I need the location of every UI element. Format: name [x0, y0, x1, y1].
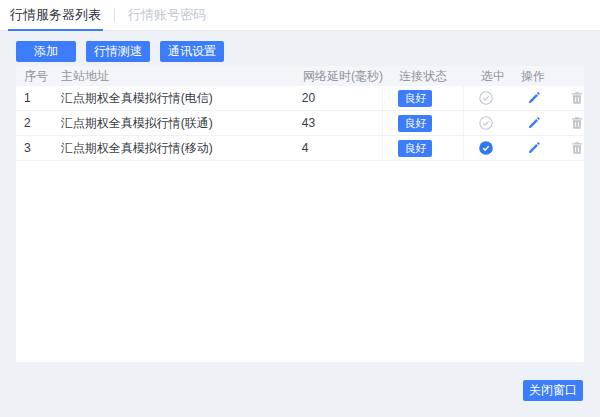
row-selected-cell	[464, 111, 506, 135]
check-circle-outline-icon[interactable]	[479, 116, 493, 130]
add-button[interactable]: 添加	[16, 41, 76, 62]
status-badge: 良好	[398, 140, 432, 157]
table-row[interactable]: 3 汇点期权全真模拟行情(移动) 4 良好	[16, 136, 584, 161]
edit-pencil-icon[interactable]	[527, 116, 541, 130]
check-circle-outline-icon[interactable]	[479, 91, 493, 105]
row-delay: 43	[287, 111, 383, 135]
comm-settings-button[interactable]: 通讯设置	[160, 41, 224, 62]
server-table: 序号 主站地址 网络延时(毫秒) 连接状态 选中 操作 1 汇点期权全真模拟行情…	[16, 66, 584, 362]
dialog-body: 添加 行情测速 通讯设置 序号 主站地址 网络延时(毫秒) 连接状态 选中 操作…	[0, 31, 600, 362]
table-row[interactable]: 1 汇点期权全真模拟行情(电信) 20 良好	[16, 86, 584, 111]
row-actions	[506, 86, 584, 110]
row-index: 3	[16, 136, 61, 160]
row-delay: 20	[287, 86, 383, 110]
edit-pencil-icon[interactable]	[527, 141, 541, 155]
status-badge: 良好	[398, 115, 432, 132]
tab-account-password-label: 行情账号密码	[128, 6, 206, 24]
tab-server-list-label: 行情服务器列表	[10, 6, 101, 24]
row-status-cell: 良好	[382, 86, 464, 110]
row-address: 汇点期权全真模拟行情(联通)	[61, 111, 287, 135]
row-index: 1	[16, 86, 61, 110]
edit-pencil-icon[interactable]	[527, 91, 541, 105]
table-row[interactable]: 2 汇点期权全真模拟行情(联通) 43 良好	[16, 111, 584, 136]
speed-test-button[interactable]: 行情测速	[86, 41, 150, 62]
row-selected-cell	[464, 86, 506, 110]
tab-server-list[interactable]: 行情服务器列表	[8, 0, 103, 31]
tab-account-password[interactable]: 行情账号密码	[126, 0, 208, 30]
row-actions	[506, 111, 584, 135]
row-status-cell: 良好	[382, 111, 464, 135]
row-delay: 4	[287, 136, 383, 160]
status-badge: 良好	[398, 90, 432, 107]
market-server-dialog: 行情服务器列表 行情账号密码 添加 行情测速 通讯设置 序号 主站地址 网络延时…	[0, 0, 600, 417]
header-address: 主站地址	[61, 66, 288, 86]
trash-icon[interactable]	[570, 141, 584, 155]
close-window-button[interactable]: 关闭窗口	[523, 380, 583, 401]
header-status: 连接状态	[384, 66, 466, 86]
toolbar: 添加 行情测速 通讯设置	[16, 41, 584, 62]
header-index: 序号	[16, 66, 61, 86]
row-index: 2	[16, 111, 61, 135]
header-action: 操作	[508, 66, 584, 86]
trash-icon[interactable]	[570, 116, 584, 130]
tab-bar: 行情服务器列表 行情账号密码	[0, 0, 600, 31]
row-address: 汇点期权全真模拟行情(移动)	[61, 136, 287, 160]
check-circle-filled-icon[interactable]	[479, 141, 493, 155]
header-delay: 网络延时(毫秒)	[288, 66, 384, 86]
tab-divider	[114, 8, 115, 22]
row-actions	[506, 136, 584, 160]
row-address: 汇点期权全真模拟行情(电信)	[61, 86, 287, 110]
row-status-cell: 良好	[382, 136, 464, 160]
table-header-row: 序号 主站地址 网络延时(毫秒) 连接状态 选中 操作	[16, 66, 584, 86]
trash-icon[interactable]	[570, 91, 584, 105]
row-selected-cell	[464, 136, 506, 160]
header-selected: 选中	[466, 66, 508, 86]
